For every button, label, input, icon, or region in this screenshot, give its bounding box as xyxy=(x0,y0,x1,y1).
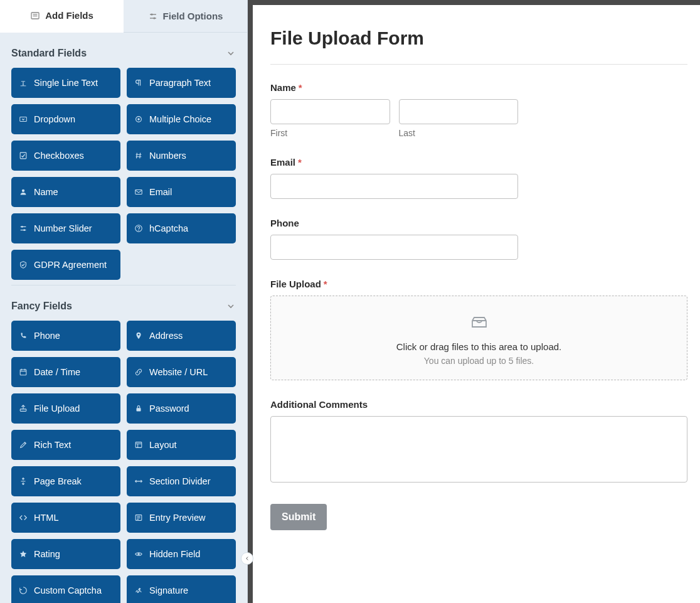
fields-panel: Standard Fields Single Line TextParagrap… xyxy=(0,33,247,603)
field-type-label: File Upload xyxy=(34,403,80,414)
field-type-label: Entry Preview xyxy=(149,513,205,523)
sublabel-last: Last xyxy=(399,128,519,138)
sidebar-tabs: Add Fields Field Options xyxy=(0,0,247,33)
label-comments: Additional Comments xyxy=(270,399,687,410)
field-type-label: Section Divider xyxy=(149,476,211,486)
code-icon xyxy=(19,513,28,522)
field-type-label: Signature xyxy=(149,585,188,595)
question-icon xyxy=(134,224,143,233)
field-type-label: Rating xyxy=(34,549,60,559)
file-dropzone[interactable]: Click or drag files to this area to uplo… xyxy=(270,296,687,380)
user-icon xyxy=(19,188,28,196)
fancy-fields-grid: PhoneAddressDate / TimeWebsite / URLFile… xyxy=(11,321,236,603)
field-file-upload: File Upload* Click or drag files to this… xyxy=(270,279,687,380)
section-standard-header[interactable]: Standard Fields xyxy=(11,33,236,68)
sidebar: Add Fields Field Options Standard Fields… xyxy=(0,0,248,603)
calendar-icon xyxy=(19,368,28,376)
field-phone: Phone xyxy=(270,218,687,260)
field-type-password[interactable]: Password xyxy=(127,393,236,424)
hash-icon xyxy=(134,151,143,160)
preview-icon xyxy=(134,513,143,522)
field-type-label: Hidden Field xyxy=(149,549,200,559)
field-type-section-divider[interactable]: Section Divider xyxy=(127,466,236,496)
field-type-html[interactable]: HTML xyxy=(11,503,120,533)
field-type-label: Dropdown xyxy=(34,114,75,124)
tab-field-options[interactable]: Field Options xyxy=(124,0,247,33)
field-type-label: Password xyxy=(149,403,189,414)
captcha-icon xyxy=(19,586,28,595)
label-phone: Phone xyxy=(270,218,687,228)
slider-icon xyxy=(19,224,28,233)
input-email[interactable] xyxy=(270,174,518,199)
field-type-numbers[interactable]: Numbers xyxy=(127,141,236,171)
sublabel-first: First xyxy=(270,128,390,138)
field-type-single-line-text[interactable]: Single Line Text xyxy=(11,68,120,98)
field-type-layout[interactable]: Layout xyxy=(127,430,236,460)
field-type-label: Rich Text xyxy=(34,440,71,450)
label-name: Name* xyxy=(270,82,687,93)
field-type-custom-captcha[interactable]: Custom Captcha xyxy=(11,575,120,603)
dropzone-text: Click or drag files to this area to uplo… xyxy=(281,341,677,352)
field-name: Name* First Last xyxy=(270,82,687,138)
field-type-label: GDPR Agreement xyxy=(34,260,107,270)
radio-icon xyxy=(134,115,143,124)
upload-icon xyxy=(19,404,28,413)
input-phone[interactable] xyxy=(270,235,518,260)
chevron-down-icon xyxy=(226,48,236,58)
field-type-label: Address xyxy=(149,331,183,341)
section-title: Standard Fields xyxy=(11,48,87,59)
field-type-label: Website / URL xyxy=(149,367,208,377)
field-type-hcaptcha[interactable]: hCaptcha xyxy=(127,213,236,243)
text-icon xyxy=(19,78,28,87)
input-last-name[interactable] xyxy=(399,99,519,124)
field-type-signature[interactable]: Signature xyxy=(127,575,236,603)
field-type-page-break[interactable]: Page Break xyxy=(11,466,120,496)
field-type-paragraph-text[interactable]: Paragraph Text xyxy=(127,68,236,98)
field-type-hidden-field[interactable]: Hidden Field xyxy=(127,539,236,569)
submit-button[interactable]: Submit xyxy=(270,504,327,530)
field-type-dropdown[interactable]: Dropdown xyxy=(11,104,120,134)
star-icon xyxy=(19,550,28,558)
field-type-entry-preview[interactable]: Entry Preview xyxy=(127,503,236,533)
link-icon xyxy=(134,368,143,376)
field-type-website-url[interactable]: Website / URL xyxy=(127,357,236,387)
shield-icon xyxy=(19,260,28,269)
layout-icon xyxy=(134,440,143,449)
required-asterisk: * xyxy=(298,157,302,168)
input-comments[interactable] xyxy=(270,416,687,483)
field-type-label: Date / Time xyxy=(34,367,80,377)
chevron-down-icon xyxy=(226,301,236,311)
inbox-icon xyxy=(470,314,489,330)
field-type-name[interactable]: Name xyxy=(11,177,120,207)
field-type-date-time[interactable]: Date / Time xyxy=(11,357,120,387)
field-type-checkboxes[interactable]: Checkboxes xyxy=(11,141,120,171)
field-type-file-upload[interactable]: File Upload xyxy=(11,393,120,424)
field-type-multiple-choice[interactable]: Multiple Choice xyxy=(127,104,236,134)
collapse-sidebar-button[interactable] xyxy=(241,552,253,565)
required-asterisk: * xyxy=(324,279,327,289)
phone-icon xyxy=(19,331,28,340)
field-type-email[interactable]: Email xyxy=(127,177,236,207)
form-canvas: File Upload Form Name* First Last xyxy=(253,5,700,603)
field-type-phone[interactable]: Phone xyxy=(11,321,120,351)
field-type-number-slider[interactable]: Number Slider xyxy=(11,213,120,243)
input-first-name[interactable] xyxy=(270,99,390,124)
required-asterisk: * xyxy=(299,82,302,93)
field-type-gdpr-agreement[interactable]: GDPR Agreement xyxy=(11,250,120,280)
dropzone-subtext: You can upload up to 5 files. xyxy=(281,356,677,366)
field-type-rich-text[interactable]: Rich Text xyxy=(11,430,120,460)
signature-icon xyxy=(134,586,143,595)
field-type-label: Numbers xyxy=(149,151,186,161)
envelope-icon xyxy=(134,188,143,196)
section-fancy-header[interactable]: Fancy Fields xyxy=(11,285,236,321)
eye-icon xyxy=(134,550,143,558)
field-type-label: Custom Captcha xyxy=(34,585,102,595)
label-file-upload: File Upload* xyxy=(270,279,687,289)
field-type-rating[interactable]: Rating xyxy=(11,539,120,569)
field-type-address[interactable]: Address xyxy=(127,321,236,351)
field-type-label: HTML xyxy=(34,513,58,523)
form-icon xyxy=(30,11,40,21)
field-type-label: Checkboxes xyxy=(34,151,84,161)
tab-add-fields[interactable]: Add Fields xyxy=(0,0,124,33)
dropdown-icon xyxy=(19,115,28,124)
